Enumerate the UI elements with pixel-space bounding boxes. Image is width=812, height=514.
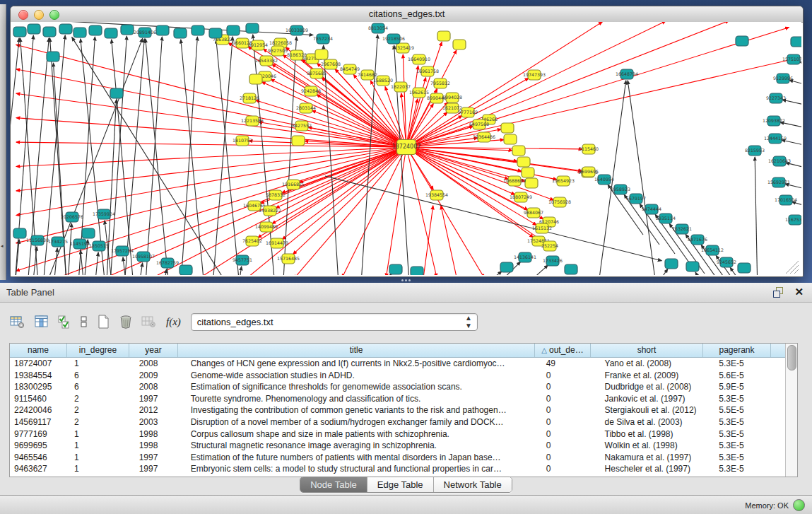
table-row[interactable]: 1830029562008Estimation of significance …	[10, 381, 785, 393]
graph-node[interactable]: 2718126	[240, 93, 259, 103]
graph-node[interactable]: 19654923	[552, 176, 575, 186]
graph-node[interactable]	[249, 74, 262, 84]
table-row[interactable]: 1938455462009Genome-wide association stu…	[10, 370, 785, 382]
graph-node[interactable]	[665, 259, 678, 269]
table-row[interactable]: 2242004622012Investigating the contribut…	[10, 404, 785, 416]
graph-node[interactable]	[209, 28, 222, 38]
column-header-title[interactable]: title	[178, 344, 535, 357]
graph-node[interactable]: 19747393	[523, 70, 546, 80]
collapsed-side-panel[interactable]: ◂	[0, 4, 6, 280]
select-rows-check-icon[interactable]	[58, 315, 71, 329]
graph-node[interactable]	[227, 25, 240, 35]
graph-node[interactable]	[517, 157, 530, 167]
graph-node[interactable]: 7632621	[672, 224, 692, 234]
graph-node[interactable]: 15716485	[277, 254, 300, 264]
graph-node[interactable]	[738, 263, 751, 273]
graph-node[interactable]	[43, 27, 56, 37]
graph-node[interactable]: 10654112	[701, 245, 724, 255]
graph-node[interactable]	[59, 24, 72, 34]
column-header-short[interactable]: short	[591, 344, 703, 357]
graph-node[interactable]: 10756928	[548, 197, 571, 207]
graph-node[interactable]	[89, 25, 102, 35]
graph-node[interactable]: 19384554	[425, 190, 448, 200]
table-row[interactable]: 1872400712008Changes of HCN gene express…	[10, 358, 785, 370]
graph-node[interactable]: 8471676	[688, 235, 707, 245]
table-selector-combobox[interactable]: citations_edges.txt ▲▼	[191, 313, 478, 331]
graph-node[interactable]	[565, 264, 577, 274]
graph-node[interactable]: 7857234	[313, 34, 333, 44]
graph-node[interactable]: 8427552	[292, 121, 312, 131]
graph-node[interactable]	[174, 28, 187, 38]
memory-status-indicator[interactable]	[793, 499, 805, 511]
graph-node[interactable]: 8215953	[745, 146, 765, 156]
graph-node[interactable]	[82, 228, 95, 238]
graph-node[interactable]: 9242848	[301, 86, 321, 96]
graph-node[interactable]	[437, 31, 450, 41]
graph-node[interactable]: 9875685	[307, 69, 326, 78]
graph-node[interactable]	[156, 25, 169, 35]
graph-node[interactable]: 10688609	[503, 176, 526, 186]
column-header-pagerank[interactable]: pagerank	[703, 344, 771, 357]
show-column-icon[interactable]	[35, 315, 49, 329]
graph-node[interactable]: 10958107	[132, 252, 155, 262]
tab-edge-table[interactable]: Edge Table	[367, 477, 434, 492]
graph-node[interactable]	[736, 36, 748, 46]
graph-node[interactable]: 8454749	[340, 64, 360, 74]
graph-node[interactable]: 252254	[541, 241, 558, 251]
graph-node[interactable]	[47, 52, 59, 62]
graph-node[interactable]: 12093872	[763, 116, 785, 126]
table-row[interactable]: 911546021997Tourette syndrome. Phenomeno…	[10, 393, 785, 405]
graph-node[interactable]	[105, 28, 117, 38]
graph-node[interactable]: 9227343	[766, 93, 786, 103]
graph-node[interactable]	[246, 23, 259, 33]
graph-node[interactable]	[525, 178, 538, 188]
resize-grip-icon[interactable]	[794, 269, 799, 274]
graph-node[interactable]: 9245652	[717, 257, 736, 267]
graph-node[interactable]: 1822037	[391, 82, 411, 92]
graph-node[interactable]	[500, 262, 513, 272]
graph-node[interactable]	[28, 24, 40, 34]
graph-node[interactable]	[501, 123, 514, 133]
panel-collapse-arrow-icon[interactable]: ◂	[1, 243, 4, 249]
graph-node[interactable]: 17359924	[93, 209, 115, 219]
table-row[interactable]: 977716911998Corpus callosum shape and si…	[10, 428, 785, 440]
graph-node[interactable]	[791, 37, 801, 47]
graph-node[interactable]	[13, 27, 26, 37]
network-graph[interactable]: 1872400776638229660128891295418226058932…	[11, 22, 801, 275]
tab-network-table[interactable]: Network Table	[434, 477, 512, 492]
table-settings-icon[interactable]	[10, 315, 25, 329]
graph-node[interactable]	[453, 40, 466, 49]
table-row[interactable]: 946554611997Estimation of the future num…	[10, 452, 785, 464]
graph-node[interactable]: 2967608	[321, 59, 341, 69]
network-canvas[interactable]: 1872400776638229660128891295418226058932…	[11, 22, 801, 275]
graph-node[interactable]: 11325419	[392, 43, 414, 53]
graph-node[interactable]: 17016504	[775, 195, 797, 205]
scrollbar-thumb[interactable]	[787, 345, 796, 370]
graph-node[interactable]: 18543382	[255, 56, 278, 66]
graph-node[interactable]: 1733426	[543, 256, 563, 266]
graph-node[interactable]	[192, 25, 204, 35]
graph-node[interactable]	[504, 134, 517, 144]
column-header-out_de[interactable]: △out_de…	[535, 344, 591, 357]
graph-node[interactable]	[315, 49, 328, 59]
graph-node[interactable]: 1810753	[233, 136, 252, 146]
graph-node[interactable]	[292, 136, 305, 146]
delete-table-icon[interactable]	[119, 315, 132, 329]
graph-node[interactable]: 15751074	[782, 54, 801, 64]
graph-node[interactable]: 11156838	[26, 235, 49, 245]
table-row[interactable]: 1456911722003Disruption of a novel membe…	[10, 416, 785, 428]
graph-node[interactable]	[110, 88, 123, 98]
column-header-in_degree[interactable]: in_degree	[67, 344, 129, 357]
graph-node[interactable]	[411, 267, 423, 275]
graph-node[interactable]: 2935114	[656, 214, 676, 223]
close-window-button[interactable]	[18, 10, 28, 20]
float-panel-icon[interactable]	[773, 287, 784, 297]
graph-node[interactable]: 1640954	[594, 175, 614, 185]
graph-node[interactable]	[686, 262, 699, 271]
column-header-name[interactable]: name	[10, 344, 67, 357]
column-header-year[interactable]: year	[129, 344, 178, 357]
graph-node[interactable]: 15692971	[767, 177, 790, 187]
close-panel-icon[interactable]: ✕	[794, 285, 804, 299]
graph-node[interactable]	[180, 265, 192, 275]
minimize-window-button[interactable]	[34, 10, 44, 20]
